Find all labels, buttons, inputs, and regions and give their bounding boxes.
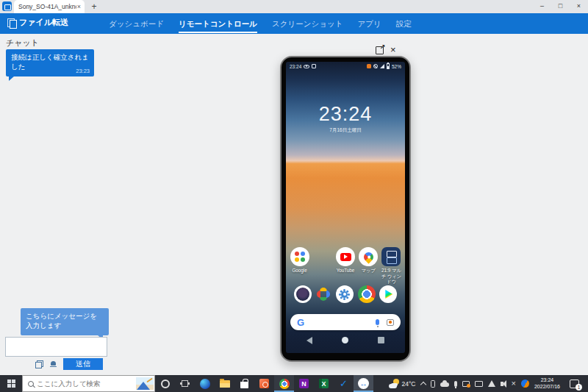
- chat-header: チャット: [6, 38, 39, 49]
- browser-tab-bar: Sony_SO-41A_unknown × + – □ ×: [0, 0, 588, 13]
- tray-mic-icon[interactable]: [454, 381, 457, 387]
- network-icon[interactable]: [488, 380, 495, 387]
- office-icon: [259, 379, 269, 388]
- onedrive-icon[interactable]: [440, 382, 449, 387]
- window-controls: – □ ×: [533, 0, 588, 13]
- popout-arrow-icon: ↗: [379, 43, 385, 51]
- lens-camera-icon[interactable]: [387, 319, 394, 326]
- settings-icon[interactable]: [336, 285, 354, 303]
- taskbar-file-explorer[interactable]: [215, 375, 234, 392]
- app-label: YouTube: [337, 268, 355, 274]
- nav-screenshot[interactable]: スクリーンショット: [272, 15, 343, 33]
- chat-actions: 送信: [35, 358, 103, 370]
- google-search-bar[interactable]: G: [290, 314, 401, 330]
- clock-time: 23:24: [286, 103, 405, 125]
- volume-icon[interactable]: [501, 382, 503, 386]
- chrome-taskbar-icon: [279, 379, 290, 389]
- app-maps[interactable]: マップ: [357, 247, 380, 285]
- app-multi-window[interactable]: 21:9 マルチ ウィンドウ: [380, 247, 403, 285]
- taskbar-chrome[interactable]: [274, 375, 294, 392]
- main-content: チャット 接続は正しく確立されました 23:23 こちらにメッセージを入力します…: [0, 34, 588, 375]
- tab-close-icon[interactable]: ×: [76, 3, 82, 10]
- search-icon: [28, 381, 34, 387]
- main-toolbar: ファイル転送 ダッシュボード リモートコントロール スクリーンショット アプリ …: [0, 13, 588, 34]
- taskbar-time: 23:24: [534, 377, 560, 384]
- tray-expand-icon[interactable]: [420, 382, 426, 388]
- nav-dashboard[interactable]: ダッシュボード: [109, 15, 164, 33]
- popout-icon[interactable]: ↗: [376, 46, 384, 54]
- dock: [290, 285, 401, 303]
- app-label: 21:9 マルチ ウィンドウ: [380, 268, 403, 285]
- pen-tray-icon[interactable]: [475, 381, 483, 387]
- clock-date: 7月16日土曜日: [286, 127, 405, 134]
- app-google-folder[interactable]: Google: [288, 247, 311, 285]
- cortana-icon: [161, 379, 170, 388]
- windows-logo-icon: [7, 379, 15, 388]
- search-highlight-graphic[interactable]: [136, 377, 154, 390]
- window-maximize-button[interactable]: □: [551, 0, 570, 13]
- file-transfer-button[interactable]: ファイル転送: [7, 17, 68, 28]
- taskbar-check-app[interactable]: ✓: [334, 375, 354, 392]
- google-photos-icon[interactable]: [315, 286, 331, 302]
- taskbar-office[interactable]: [254, 375, 274, 392]
- remote-close-icon[interactable]: ×: [390, 46, 396, 54]
- notification-icon: [367, 64, 371, 68]
- onenote-icon: N: [299, 379, 309, 388]
- tray-close-icon[interactable]: ×: [512, 379, 516, 388]
- signal-icon: [380, 64, 384, 68]
- app-label: Google: [292, 268, 306, 274]
- app-youtube[interactable]: YouTube: [334, 247, 356, 285]
- app-logo-icon: [2, 1, 12, 11]
- play-store-icon[interactable]: [379, 285, 397, 303]
- recents-button[interactable]: [378, 337, 384, 343]
- back-button[interactable]: [306, 337, 312, 344]
- send-button[interactable]: 送信: [63, 358, 103, 370]
- notification-badge: 1: [576, 384, 582, 391]
- taskbar-teamviewer[interactable]: ↔: [354, 375, 373, 392]
- mic-icon[interactable]: [376, 319, 379, 325]
- screenshot-icon[interactable]: [462, 381, 470, 387]
- nav-remote-control[interactable]: リモートコントロール: [179, 15, 257, 33]
- phone-screen[interactable]: 23:24 52% 23:24 7月16日土曜日: [286, 62, 405, 353]
- nav-apps[interactable]: アプリ: [357, 15, 381, 33]
- remote-session-controls: ↗ ×: [376, 46, 396, 54]
- copy-icon[interactable]: [35, 360, 43, 368]
- taskbar-store[interactable]: [234, 375, 254, 392]
- bell-icon[interactable]: [49, 360, 57, 368]
- taskbar-search-input[interactable]: [34, 379, 136, 388]
- taskbar-onenote[interactable]: N: [294, 375, 314, 392]
- mute-icon: [373, 64, 378, 68]
- window-close-button[interactable]: ×: [570, 0, 588, 13]
- chat-message-time: 23:23: [76, 68, 90, 74]
- excel-icon: X: [319, 379, 329, 388]
- taskbar-cortana[interactable]: [155, 375, 175, 392]
- taskbar-edge[interactable]: [195, 375, 215, 392]
- taskbar-task-view[interactable]: [175, 375, 195, 392]
- check-icon: ✓: [340, 379, 348, 388]
- weather-widget[interactable]: 24°C: [389, 379, 416, 388]
- chrome-icon[interactable]: [358, 285, 376, 303]
- taskbar-search[interactable]: [22, 375, 155, 392]
- tray-app-icon[interactable]: [521, 379, 529, 388]
- file-explorer-icon: [220, 380, 230, 388]
- chat-message-input[interactable]: [5, 337, 107, 357]
- taskbar-clock[interactable]: 23:24 2022/07/16: [534, 377, 560, 390]
- taskbar-apps: N X ✓ ↔: [155, 375, 373, 392]
- taskbar-excel[interactable]: X: [314, 375, 334, 392]
- google-folder-icon: [290, 247, 309, 266]
- eye-icon: [304, 65, 309, 68]
- tab-title: Sony_SO-41A_unknown: [18, 3, 76, 10]
- new-tab-button[interactable]: +: [89, 1, 99, 12]
- taskbar-date: 2022/07/16: [534, 384, 560, 391]
- store-icon: [240, 382, 248, 388]
- phone-frame: 23:24 52% 23:24 7月16日土曜日: [280, 56, 411, 362]
- session-tab[interactable]: Sony_SO-41A_unknown ×: [14, 0, 85, 13]
- start-button[interactable]: [0, 375, 22, 392]
- action-center-icon[interactable]: 1: [570, 379, 579, 388]
- home-app-row: Google YouTube マップ 21:9 マルチ ウィンドウ: [288, 247, 403, 285]
- window-minimize-button[interactable]: –: [533, 0, 551, 13]
- nav-settings[interactable]: 設定: [396, 15, 412, 33]
- phone-dialer-icon[interactable]: [294, 285, 312, 303]
- home-button[interactable]: [342, 337, 348, 343]
- your-phone-icon[interactable]: [431, 380, 435, 388]
